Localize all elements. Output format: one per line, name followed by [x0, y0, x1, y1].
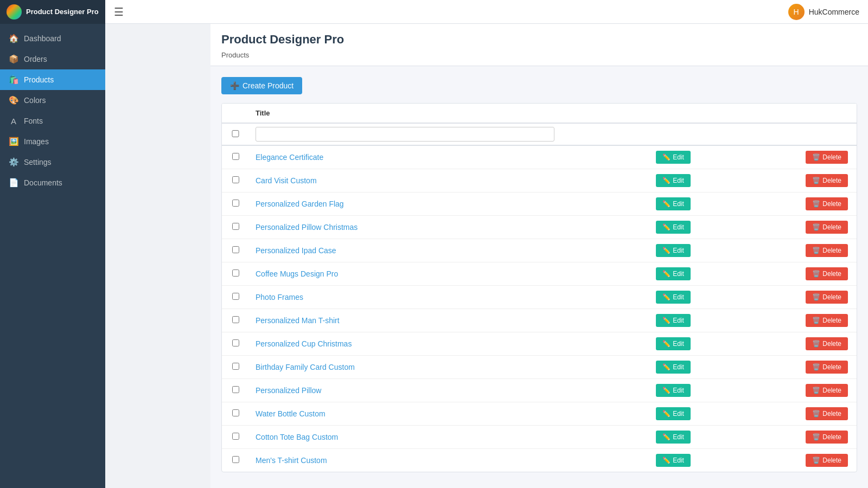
product-title-link[interactable]: Birthday Family Card Custom	[256, 363, 355, 371]
product-title-link[interactable]: Card Visit Custom	[256, 176, 317, 185]
create-product-button[interactable]: ➕ Create Product	[221, 77, 302, 94]
edit-icon: ✏️	[662, 457, 671, 464]
product-title-link[interactable]: Personalized Pillow	[256, 386, 321, 395]
edit-button[interactable]: ✏️ Edit	[656, 407, 691, 420]
edit-button[interactable]: ✏️ Edit	[656, 174, 691, 187]
product-title-link[interactable]: Photo Frames	[256, 293, 303, 301]
edit-button[interactable]: ✏️ Edit	[656, 384, 691, 397]
sidebar-item-settings[interactable]: ⚙️ Settings	[0, 152, 105, 172]
edit-button[interactable]: ✏️ Edit	[656, 197, 691, 210]
delete-button[interactable]: 🗑️ Delete	[806, 337, 848, 350]
row-checkbox[interactable]	[232, 269, 239, 277]
edit-button[interactable]: ✏️ Edit	[656, 291, 691, 304]
edit-icon: ✏️	[662, 293, 671, 301]
row-checkbox[interactable]	[232, 223, 239, 230]
product-title-link[interactable]: Personalized Man T-shirt	[256, 316, 340, 325]
delete-button[interactable]: 🗑️ Delete	[806, 407, 848, 420]
edit-button[interactable]: ✏️ Edit	[656, 151, 691, 164]
sidebar-item-label-documents: Documents	[24, 178, 62, 187]
table-row: Personalized Man T-shirt ✏️ Edit 🗑️ Dele…	[222, 309, 857, 332]
row-checkbox[interactable]	[232, 176, 239, 183]
edit-button[interactable]: ✏️ Edit	[656, 221, 691, 234]
row-checkbox-cell	[222, 332, 249, 356]
edit-button[interactable]: ✏️ Edit	[656, 267, 691, 280]
row-checkbox[interactable]	[232, 293, 239, 300]
trash-icon: 🗑️	[812, 153, 820, 161]
edit-button[interactable]: ✏️ Edit	[656, 431, 691, 444]
delete-button[interactable]: 🗑️ Delete	[806, 244, 848, 257]
row-title-cell: Men's T-shirt Custom	[249, 449, 561, 472]
sidebar-item-colors[interactable]: 🎨 Colors	[0, 90, 105, 111]
delete-button[interactable]: 🗑️ Delete	[806, 197, 848, 210]
row-checkbox[interactable]	[232, 246, 239, 253]
filter-checkbox-cell	[222, 123, 249, 145]
delete-button[interactable]: 🗑️ Delete	[806, 174, 848, 187]
dashboard-icon: 🏠	[9, 34, 18, 43]
trash-icon: 🗑️	[812, 387, 820, 394]
row-edit-cell: ✏️ Edit	[561, 402, 701, 426]
trash-icon: 🗑️	[812, 270, 820, 278]
edit-button[interactable]: ✏️ Edit	[656, 337, 691, 350]
row-edit-cell: ✏️ Edit	[561, 309, 701, 332]
row-title-cell: Cotton Tote Bag Custom	[249, 426, 561, 449]
trash-icon: 🗑️	[812, 410, 820, 418]
delete-button[interactable]: 🗑️ Delete	[806, 291, 848, 304]
table-row: Men's T-shirt Custom ✏️ Edit 🗑️ Delete	[222, 449, 857, 472]
edit-icon: ✏️	[662, 363, 671, 371]
sidebar-item-orders[interactable]: 📦 Orders	[0, 49, 105, 69]
sidebar-item-dashboard[interactable]: 🏠 Dashboard	[0, 28, 105, 49]
edit-button[interactable]: ✏️ Edit	[656, 361, 691, 374]
delete-button[interactable]: 🗑️ Delete	[806, 151, 848, 164]
product-title-link[interactable]: Water Bottle Custom	[256, 409, 326, 418]
row-checkbox[interactable]	[232, 363, 239, 370]
product-title-link[interactable]: Personalized Garden Flag	[256, 200, 344, 208]
edit-button[interactable]: ✏️ Edit	[656, 314, 691, 327]
table-row: Personalized Garden Flag ✏️ Edit 🗑️ Dele…	[222, 192, 857, 216]
row-title-cell: Coffee Mugs Design Pro	[249, 262, 561, 286]
row-checkbox[interactable]	[232, 386, 239, 393]
delete-button[interactable]: 🗑️ Delete	[806, 221, 848, 234]
product-title-link[interactable]: Cotton Tote Bag Custom	[256, 433, 338, 441]
edit-button[interactable]: ✏️ Edit	[656, 244, 691, 257]
orders-icon: 📦	[9, 54, 18, 64]
row-checkbox[interactable]	[232, 456, 239, 463]
delete-button[interactable]: 🗑️ Delete	[806, 267, 848, 280]
user-avatar: H	[788, 4, 805, 20]
row-delete-cell: 🗑️ Delete	[701, 145, 857, 169]
trash-icon: 🗑️	[812, 200, 820, 208]
delete-button[interactable]: 🗑️ Delete	[806, 384, 848, 397]
sidebar-item-products[interactable]: 🛍️ Products	[0, 69, 105, 90]
row-title-cell: Personalized Cup Christmas	[249, 332, 561, 356]
trash-icon: 🗑️	[812, 177, 820, 184]
sidebar-item-images[interactable]: 🖼️ Images	[0, 131, 105, 152]
edit-button[interactable]: ✏️ Edit	[656, 454, 691, 467]
row-checkbox[interactable]	[232, 409, 239, 416]
row-checkbox[interactable]	[232, 200, 239, 207]
actions-header-1	[561, 104, 701, 123]
product-title-link[interactable]: Personalized Pillow Christmas	[256, 223, 358, 232]
edit-icon: ✏️	[662, 387, 671, 394]
row-checkbox[interactable]	[232, 433, 239, 440]
sidebar-item-documents[interactable]: 📄 Documents	[0, 172, 105, 193]
row-delete-cell: 🗑️ Delete	[701, 239, 857, 262]
row-checkbox[interactable]	[232, 339, 239, 346]
product-title-link[interactable]: Coffee Mugs Design Pro	[256, 269, 338, 278]
delete-button[interactable]: 🗑️ Delete	[806, 314, 848, 327]
row-checkbox[interactable]	[232, 316, 239, 323]
product-title-link[interactable]: Personalized Cup Christmas	[256, 339, 352, 348]
product-title-link[interactable]: Men's T-shirt Custom	[256, 456, 327, 465]
title-filter-input[interactable]	[256, 127, 554, 142]
row-title-cell: Photo Frames	[249, 286, 561, 309]
product-title-link[interactable]: Elegance Certificate	[256, 153, 323, 162]
delete-button[interactable]: 🗑️ Delete	[806, 454, 848, 467]
hamburger-button[interactable]: ☰	[114, 5, 124, 18]
table-row: Card Visit Custom ✏️ Edit 🗑️ Delete	[222, 169, 857, 192]
select-all-checkbox[interactable]	[228, 130, 242, 137]
sidebar-item-label-orders: Orders	[24, 55, 47, 63]
product-title-link[interactable]: Personalized Ipad Case	[256, 246, 336, 255]
row-checkbox[interactable]	[232, 153, 239, 160]
delete-button[interactable]: 🗑️ Delete	[806, 361, 848, 374]
sidebar-item-fonts[interactable]: A Fonts	[0, 111, 105, 131]
delete-button[interactable]: 🗑️ Delete	[806, 431, 848, 444]
edit-icon: ✏️	[662, 177, 671, 184]
